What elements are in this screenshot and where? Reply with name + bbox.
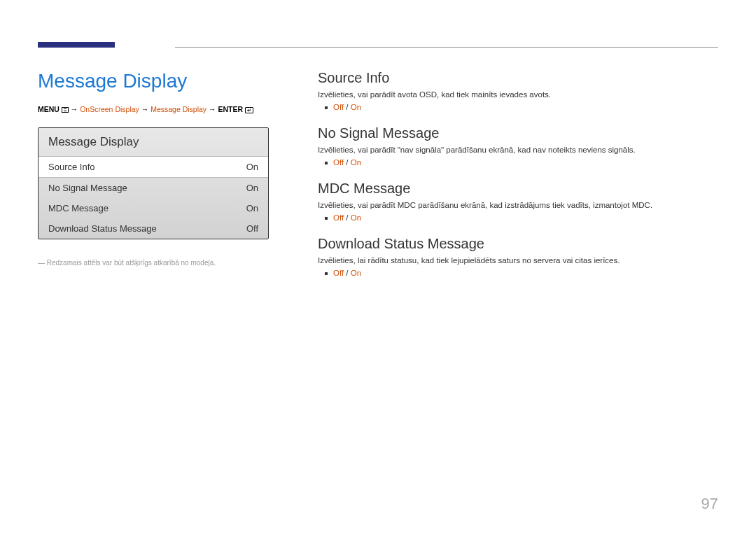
breadcrumb-menu: MENU: [38, 105, 59, 113]
breadcrumb-enter: ENTER: [218, 105, 243, 113]
menu-row-label: Source Info: [48, 162, 95, 172]
section-title: Source Info: [318, 70, 718, 86]
section-options: Off / On: [318, 213, 718, 222]
menu-icon: [62, 107, 69, 113]
page-number: 97: [701, 495, 718, 513]
breadcrumb-path1: OnScreen Display: [80, 105, 139, 113]
option-on: On: [351, 103, 361, 111]
section: No Signal MessageIzvēlieties, vai parādī…: [318, 125, 718, 167]
section-description: Izvēlieties, vai parādīt avota OSD, kad …: [318, 90, 718, 99]
option-off: Off: [333, 269, 344, 277]
section-options: Off / On: [318, 103, 718, 111]
menu-row-value: On: [246, 203, 258, 213]
menu-row: MDC MessageOn: [38, 198, 268, 218]
option-on: On: [351, 158, 361, 167]
header-rule: [175, 47, 718, 48]
section: Download Status MessageIzvēlieties, lai …: [318, 236, 718, 277]
section: MDC MessageIzvēlieties, vai parādīt MDC …: [318, 181, 718, 222]
header-accent-bar: [38, 42, 115, 48]
menu-row: Download Status MessageOff: [38, 218, 268, 239]
menu-preview-title: Message Display: [38, 128, 268, 156]
enter-icon: ↵: [245, 107, 253, 113]
section-options: Off / On: [318, 269, 718, 277]
page-title: Message Display: [38, 70, 269, 92]
menu-row-value: Off: [246, 223, 258, 234]
menu-preview-box: Message Display Source InfoOnNo Signal M…: [38, 127, 269, 239]
menu-row-label: No Signal Message: [48, 183, 127, 193]
menu-row-label: MDC Message: [48, 203, 108, 213]
menu-row: Source InfoOn: [38, 156, 268, 178]
section-title: MDC Message: [318, 181, 718, 197]
option-on: On: [351, 269, 361, 277]
section: Source InfoIzvēlieties, vai parādīt avot…: [318, 70, 718, 111]
option-on: On: [351, 213, 361, 222]
menu-row-value: On: [246, 162, 258, 172]
menu-row: No Signal MessageOn: [38, 178, 268, 198]
footnote: ― Redzamais attēls var būt atšķirīgs atk…: [38, 259, 269, 267]
right-column: Source InfoIzvēlieties, vai parādīt avot…: [318, 70, 718, 291]
section-title: No Signal Message: [318, 125, 718, 141]
breadcrumb-path2: Message Display: [150, 105, 206, 113]
option-off: Off: [333, 158, 344, 167]
section-title: Download Status Message: [318, 236, 718, 252]
option-off: Off: [333, 103, 344, 111]
option-off: Off: [333, 213, 344, 222]
breadcrumb: MENU → OnScreen Display → Message Displa…: [38, 105, 269, 113]
left-column: Message Display MENU → OnScreen Display …: [38, 70, 269, 267]
section-options: Off / On: [318, 158, 718, 167]
menu-row-label: Download Status Message: [48, 223, 157, 234]
section-description: Izvēlieties, vai parādīt "nav signāla" p…: [318, 146, 718, 154]
menu-row-value: On: [246, 183, 258, 193]
section-description: Izvēlieties, vai parādīt MDC parādīšanu …: [318, 201, 718, 209]
section-description: Izvēlieties, lai rādītu statusu, kad tie…: [318, 256, 718, 265]
